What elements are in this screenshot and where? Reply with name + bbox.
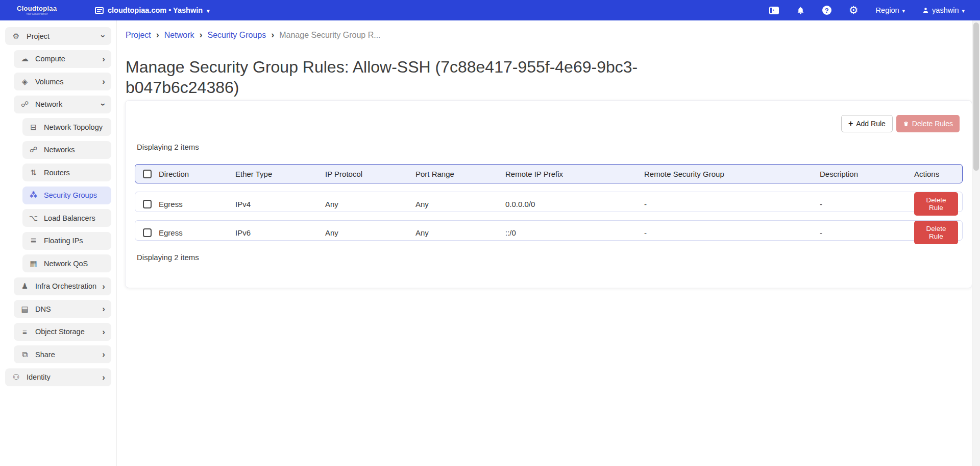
sidebar-item-network-qos[interactable]: ▦ Network QoS xyxy=(22,254,111,272)
breadcrumb: Project Network Security Groups Manage S… xyxy=(126,30,381,40)
floating-ip-icon: ≣ xyxy=(29,236,38,245)
select-all-checkbox[interactable] xyxy=(143,170,152,178)
topbar-actions: Region yashwin xyxy=(769,5,965,15)
router-icon: ⇅ xyxy=(29,168,38,177)
sidebar-item-identity[interactable]: ⚇ Identity xyxy=(5,368,111,386)
sidebar-item-floating-ips[interactable]: ≣ Floating IPs xyxy=(22,232,111,250)
orchestration-icon: ♟ xyxy=(20,282,30,291)
region-dropdown[interactable]: Region xyxy=(876,6,905,14)
sidebar-item-network[interactable]: ☍ Network xyxy=(14,96,111,113)
help-icon[interactable] xyxy=(822,6,831,15)
delete-rules-label: Delete Rules xyxy=(912,120,953,128)
sidebar-item-infra-orchestration[interactable]: ♟ Infra Orchestration xyxy=(14,277,111,295)
row-checkbox[interactable] xyxy=(143,228,152,237)
sidebar-item-project[interactable]: ⚙ Project xyxy=(5,27,111,45)
network-nodes-icon: ☍ xyxy=(20,100,30,109)
sidebar-nav: ⚙ Project ☁ Compute ◈ Volumes ☍ Network … xyxy=(0,27,116,386)
cell-remote-security-group: - xyxy=(644,228,820,237)
chevron-right-icon xyxy=(271,30,274,40)
security-group-icon: ⁂ xyxy=(29,191,38,200)
sidebar-item-label: Volumes xyxy=(35,78,64,86)
brand-tagline: Your Cloud Partner xyxy=(26,13,47,15)
cell-description: - xyxy=(820,228,914,237)
column-header-remote-security-group: Remote Security Group xyxy=(644,170,820,178)
table-row: Egress IPv6 Any Any ::/0 - - Delete Rule xyxy=(135,220,963,241)
console-icon[interactable] xyxy=(769,7,779,14)
cell-ip-protocol: Any xyxy=(325,228,415,237)
chevron-right-icon xyxy=(102,373,105,382)
chevron-down-icon xyxy=(100,103,108,106)
chevron-down-icon xyxy=(962,6,965,14)
cell-remote-ip-prefix: 0.0.0.0/0 xyxy=(505,200,644,208)
rules-toolbar: Add Rule Delete Rules xyxy=(841,115,960,132)
row-checkbox[interactable] xyxy=(143,200,152,208)
sidebar-item-network-topology[interactable]: ⊟ Network Topology xyxy=(22,118,111,136)
sidebar-item-dns[interactable]: ▤ DNS xyxy=(14,300,111,318)
sidebar-item-share[interactable]: ⧉ Share xyxy=(14,345,111,363)
cell-ip-protocol: Any xyxy=(325,200,415,208)
sidebar-item-object-storage[interactable]: ≡ Object Storage xyxy=(14,323,111,341)
project-table-icon xyxy=(95,7,104,14)
cube-icon: ◈ xyxy=(20,77,30,86)
chevron-right-icon xyxy=(102,55,105,63)
chevron-down-icon xyxy=(207,6,210,14)
breadcrumb-link-project[interactable]: Project xyxy=(126,31,151,40)
breadcrumb-link-network[interactable]: Network xyxy=(164,31,194,40)
delete-rule-button[interactable]: Delete Rule xyxy=(914,192,958,216)
brand-logo[interactable]: Cloudtopiaa Your Cloud Partner xyxy=(17,5,57,15)
rules-table: Direction Ether Type IP Protocol Port Ra… xyxy=(135,164,963,241)
share-files-icon: ⧉ xyxy=(20,350,30,359)
cell-remote-security-group: - xyxy=(644,200,820,208)
column-header-remote-ip-prefix: Remote IP Prefix xyxy=(505,170,644,178)
chevron-right-icon xyxy=(199,30,202,40)
storage-lines-icon: ≡ xyxy=(20,328,30,336)
scrollbar-thumb[interactable] xyxy=(973,22,979,171)
chevron-right-icon xyxy=(102,305,105,313)
sidebar-item-label: Compute xyxy=(35,55,65,63)
sidebar-item-security-groups[interactable]: ⁂ Security Groups xyxy=(22,187,111,204)
domain-project-dropdown[interactable]: cloudtopiaa.com • Yashwin xyxy=(95,0,210,20)
cell-direction: Egress xyxy=(159,228,235,237)
plus-icon xyxy=(848,120,853,128)
breadcrumb-link-security-groups[interactable]: Security Groups xyxy=(207,31,266,40)
column-header-actions: Actions xyxy=(914,170,962,178)
user-avatar-icon xyxy=(922,7,929,14)
column-header-port-range: Port Range xyxy=(415,170,505,178)
notifications-bell-icon[interactable] xyxy=(796,6,805,15)
delete-rules-button[interactable]: Delete Rules xyxy=(896,115,960,132)
chevron-right-icon xyxy=(102,77,105,86)
sidebar-item-label: Network QoS xyxy=(44,260,88,268)
column-header-description: Description xyxy=(820,170,914,178)
user-menu-dropdown[interactable]: yashwin xyxy=(922,6,965,14)
sidebar-item-label: Network Topology xyxy=(44,123,103,131)
region-label: Region xyxy=(876,6,899,14)
sidebar-item-volumes[interactable]: ◈ Volumes xyxy=(14,73,111,90)
cell-direction: Egress xyxy=(159,200,235,208)
sidebar-item-load-balancers[interactable]: ⌥ Load Balancers xyxy=(22,209,111,227)
settings-gear-icon[interactable] xyxy=(849,5,859,15)
topbar: Cloudtopiaa Your Cloud Partner cloudtopi… xyxy=(0,0,980,20)
chevron-right-icon xyxy=(156,30,159,40)
cloud-icon: ☁ xyxy=(20,54,30,63)
dns-server-icon: ▤ xyxy=(20,305,30,314)
breadcrumb-current: Manage Security Group R... xyxy=(279,31,380,40)
sidebar-item-label: Network xyxy=(35,100,62,108)
sidebar: ⚙ Project ☁ Compute ◈ Volumes ☍ Network … xyxy=(0,20,117,466)
delete-rule-button[interactable]: Delete Rule xyxy=(914,221,958,244)
sidebar-item-label: Share xyxy=(35,351,55,359)
cell-remote-ip-prefix: ::/0 xyxy=(505,228,644,237)
cell-port-range: Any xyxy=(415,200,505,208)
sidebar-item-networks[interactable]: ☍ Networks xyxy=(22,141,111,159)
items-count-top: Displaying 2 items xyxy=(137,143,199,151)
identity-badge-icon: ⚇ xyxy=(11,372,21,382)
sidebar-item-compute[interactable]: ☁ Compute xyxy=(14,50,111,68)
column-header-direction: Direction xyxy=(159,170,235,178)
sidebar-item-label: Networks xyxy=(44,146,75,154)
gear-icon: ⚙ xyxy=(11,32,21,41)
sidebar-item-label: Routers xyxy=(44,169,70,177)
cell-port-range: Any xyxy=(415,228,505,237)
sidebar-item-label: Project xyxy=(27,32,50,40)
sidebar-item-routers[interactable]: ⇅ Routers xyxy=(22,164,111,181)
sidebar-item-label: Identity xyxy=(27,373,51,381)
add-rule-button[interactable]: Add Rule xyxy=(841,115,893,132)
